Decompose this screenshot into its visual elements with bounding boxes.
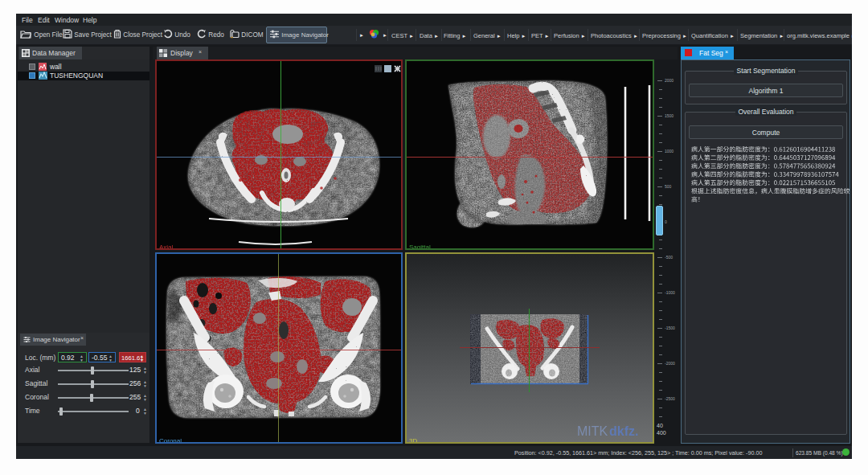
svg-text:Axial: Axial: [159, 244, 174, 250]
svg-text:Coronal: Coronal: [159, 437, 182, 444]
svg-text:Sagittal: Sagittal: [409, 244, 431, 250]
svg-text:3D: 3D: [409, 437, 417, 444]
svg-text:dkfz.: dkfz.: [609, 424, 638, 438]
svg-text:MITK: MITK: [577, 424, 608, 438]
